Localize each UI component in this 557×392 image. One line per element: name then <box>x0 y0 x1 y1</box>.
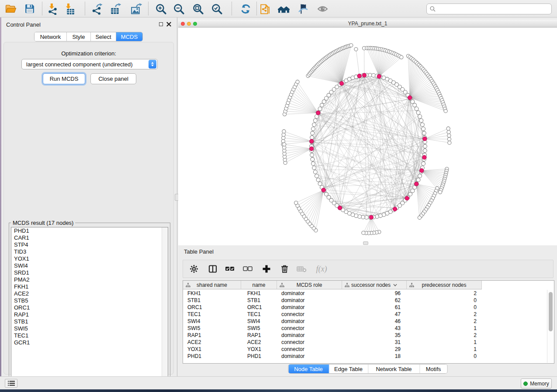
column-header-successor-nodes[interactable]: successor nodes <box>342 281 407 289</box>
mcds-result-item[interactable]: TEC1 <box>11 332 168 339</box>
tab-motifs[interactable]: Motifs <box>420 364 447 373</box>
table-row[interactable]: PHD1PHD1dominator180 <box>183 353 482 360</box>
cell-name: FKH1 <box>241 290 277 297</box>
add-column-icon[interactable] <box>261 263 272 275</box>
table-row[interactable]: ORC1ORC1dominator610 <box>183 304 482 311</box>
column-header-predecessor-nodes[interactable]: predecessor nodes <box>407 281 482 289</box>
table-row[interactable]: SWI4SWI4dominator462 <box>183 318 482 325</box>
close-panel-button[interactable]: Close panel <box>90 73 136 84</box>
table-row[interactable]: YOX1YOX1connector291 <box>183 346 482 353</box>
task-history-button[interactable] <box>5 379 17 388</box>
mcds-result-list[interactable]: PHD1CAR1STP4TID3YOX1SWI4SRD1PMA2FKH1ACE2… <box>11 227 168 379</box>
horizontal-splitter-handle[interactable] <box>363 241 368 245</box>
tab-style[interactable]: Style <box>67 32 91 41</box>
zoom-fit-icon[interactable] <box>191 2 205 15</box>
node-table: shared namenameMCDS rolesuccessor nodesp… <box>183 280 554 364</box>
cell-predecessors: 2 <box>407 290 482 297</box>
search-box[interactable] <box>426 3 552 14</box>
run-mcds-button[interactable]: Run MCDS <box>43 73 85 84</box>
save-session-icon[interactable] <box>23 2 37 15</box>
zoom-selected-icon[interactable] <box>210 2 224 15</box>
zoom-out-icon[interactable] <box>172 2 186 15</box>
mcds-result-item[interactable]: YOX1 <box>11 255 168 262</box>
share-document-icon[interactable] <box>258 2 272 15</box>
mcds-result-item[interactable]: PHD1 <box>11 227 168 234</box>
export-network-icon[interactable] <box>90 2 104 15</box>
cell-predecessors: 0 <box>407 297 482 304</box>
network-window-title: YPA_prune.txt_1 <box>178 21 557 27</box>
table-row[interactable]: TEC1TEC1connector472 <box>183 311 482 318</box>
table-row[interactable]: ACE2ACE2connector311 <box>183 339 482 346</box>
optimization-criterion-select[interactable]: largest connected component (undirected) <box>21 59 158 69</box>
cell-shared_name: ACE2 <box>183 339 241 346</box>
status-bar: Memory <box>0 376 557 389</box>
import-network-icon[interactable] <box>45 2 59 15</box>
search-input[interactable] <box>438 6 548 12</box>
mcds-result-item[interactable]: GCR1 <box>11 339 168 346</box>
toolbar-separator <box>85 2 85 15</box>
mcds-result-item[interactable]: CAR1 <box>11 234 168 241</box>
mcds-list-scrollbar[interactable] <box>162 227 168 378</box>
first-neighbors-icon[interactable] <box>277 2 291 15</box>
cell-predecessors: 0 <box>407 304 482 311</box>
mcds-result-item[interactable]: PMA2 <box>11 276 168 283</box>
cell-role: connector <box>277 325 342 332</box>
mcds-result-item[interactable]: TID3 <box>11 248 168 255</box>
mcds-result-item[interactable]: STP4 <box>11 241 168 248</box>
table-scrollbar-thumb[interactable] <box>549 292 553 331</box>
mcds-result-item[interactable]: STB1 <box>11 318 168 325</box>
mcds-result-item[interactable]: FKH1 <box>11 283 168 290</box>
mcds-result-item[interactable]: ACE2 <box>11 290 168 297</box>
zoom-in-icon[interactable] <box>154 2 168 15</box>
table-row[interactable]: SWI5SWI5connector431 <box>183 325 482 332</box>
mcds-result-item[interactable]: RAP1 <box>11 311 168 318</box>
tab-edge-table[interactable]: Edge Table <box>329 364 368 373</box>
network-graph-canvas[interactable] <box>178 28 557 245</box>
delete-table-icon[interactable] <box>296 263 307 275</box>
table-row[interactable]: RAP1RAP1dominator352 <box>183 332 482 339</box>
mcds-result-item[interactable]: SRD1 <box>11 269 168 276</box>
column-header-MCDS-role[interactable]: MCDS role <box>277 281 342 289</box>
show-hide-icon[interactable] <box>315 2 329 15</box>
refresh-icon[interactable] <box>239 2 253 15</box>
tab-network-table[interactable]: Network Table <box>368 364 420 373</box>
table-row[interactable]: STB1STB1dominator620 <box>183 297 482 304</box>
table-scrollbar[interactable] <box>547 290 554 363</box>
show-columns-icon[interactable] <box>207 263 218 275</box>
table-row[interactable]: FKH1FKH1dominator962 <box>183 290 482 297</box>
hide-annotations-icon[interactable] <box>296 2 310 15</box>
mcds-result-title: MCDS result (17 nodes) <box>11 220 75 226</box>
tab-mcds[interactable]: MCDS <box>116 32 142 41</box>
import-table-icon[interactable] <box>62 2 76 15</box>
column-header-shared-name[interactable]: shared name <box>183 281 241 289</box>
cell-name: ORC1 <box>241 304 277 311</box>
table-toolbar: f(x) <box>183 260 554 278</box>
function-builder-icon[interactable]: f(x) <box>313 263 330 275</box>
deselect-all-rows-icon[interactable] <box>242 263 253 275</box>
close-panel-icon[interactable] <box>166 22 171 27</box>
mcds-result-item[interactable]: SWI5 <box>11 325 168 332</box>
cell-role: dominator <box>277 332 342 339</box>
table-settings-gear-icon[interactable] <box>188 263 200 275</box>
tab-node-table[interactable]: Node Table <box>288 364 329 373</box>
mcds-result-item[interactable]: SWI4 <box>11 262 168 269</box>
mcds-result-item[interactable]: ORC1 <box>11 304 168 311</box>
desktop-edge-bottom <box>0 389 557 392</box>
cell-successors: 43 <box>342 325 407 332</box>
tab-select[interactable]: Select <box>91 32 116 41</box>
open-folder-icon[interactable] <box>3 2 17 15</box>
select-all-rows-icon[interactable] <box>224 263 235 275</box>
network-window-titlebar[interactable]: YPA_prune.txt_1 <box>178 20 557 28</box>
cell-predecessors: 1 <box>407 339 482 346</box>
export-image-icon[interactable] <box>129 2 143 15</box>
export-table-icon[interactable] <box>108 2 122 15</box>
cell-role: connector <box>277 311 342 318</box>
memory-status-icon <box>523 382 528 386</box>
delete-column-trash-icon[interactable] <box>279 263 290 275</box>
cell-successors: 46 <box>342 318 407 325</box>
memory-button[interactable]: Memory <box>521 378 552 389</box>
mcds-result-item[interactable]: STB5 <box>11 297 168 304</box>
tab-network[interactable]: Network <box>35 32 67 41</box>
float-window-icon[interactable] <box>159 22 163 26</box>
column-header-name[interactable]: name <box>241 281 277 289</box>
